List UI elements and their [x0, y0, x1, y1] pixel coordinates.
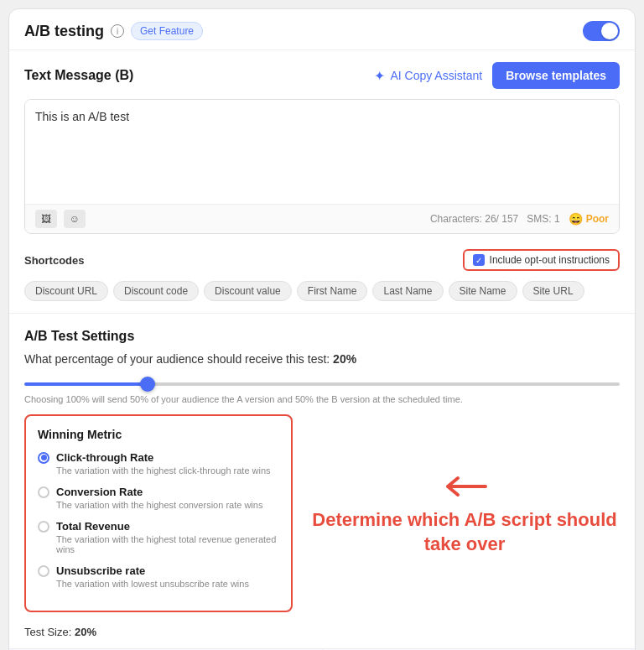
image-icon[interactable]: 🖼 [35, 210, 57, 228]
metric-desc-revenue: The variation with the highest total rev… [56, 534, 279, 554]
page-title: A/B testing [24, 23, 104, 40]
percentage-label: What percentage of your audience should … [24, 352, 620, 366]
metric-desc-unsubscribe: The variation with lowest unsubscribe ra… [56, 579, 279, 589]
test-size-value: 20% [75, 626, 96, 638]
header-section: A/B testing i Get Feature [9, 9, 635, 50]
ai-icon: ✦ [374, 68, 385, 84]
emoji-icon[interactable]: ☺ [64, 210, 86, 228]
ab-settings-section: A/B Test Settings What percentage of you… [9, 314, 635, 612]
winning-metric-title: Winning Metric [38, 428, 279, 441]
info-icon[interactable]: i [111, 24, 124, 38]
winning-metric-container: Winning Metric Click-through Rate The va… [24, 414, 620, 612]
char-count-area: Characters: 26/ 157 SMS: 1 😄 Poor [430, 212, 609, 226]
slider-wrapper [24, 374, 620, 389]
winning-metric-box: Winning Metric Click-through Rate The va… [24, 414, 293, 612]
shortcode-tags: Discount URLDiscount codeDiscount valueF… [24, 281, 620, 301]
shortcodes-section: Shortcodes ✓ Include opt-out instruction… [24, 241, 620, 274]
textarea-wrapper: This is an A/B test 🖼 ☺ Characters: 26/ … [24, 99, 620, 234]
test-size-label: Test Size: [24, 626, 71, 638]
metric-option-ctr[interactable]: Click-through Rate The variation with th… [38, 451, 279, 476]
quality-label: Poor [586, 213, 609, 225]
metric-option-conversion[interactable]: Conversion Rate The variation with the h… [38, 486, 279, 510]
shortcode-tag[interactable]: Discount URL [24, 281, 108, 301]
test-size-row: Test Size: 20% [9, 626, 635, 638]
left-arrow-icon [439, 470, 490, 503]
radio-ctr [38, 452, 49, 464]
radio-conversion [38, 486, 49, 498]
ai-copy-button[interactable]: ✦ AI Copy Assistant [374, 68, 482, 84]
quality-emoji: 😄 [569, 212, 583, 226]
opt-out-checkbox: ✓ [473, 254, 485, 266]
annotation-area: Determine which A/B script should take o… [309, 414, 620, 612]
shortcode-tag[interactable]: Site Name [449, 281, 517, 301]
ab-testing-toggle[interactable] [583, 21, 620, 41]
text-message-section: Text Message (B) ✦ AI Copy Assistant Bro… [9, 50, 635, 314]
opt-out-checkbox-container[interactable]: ✓ Include opt-out instructions [463, 249, 620, 271]
percentage-value: 20% [333, 352, 356, 366]
annotation-text: Determine which A/B script should take o… [309, 508, 620, 556]
slider-hint: Choosing 100% will send 50% of your audi… [24, 394, 620, 404]
toolbar-icons: 🖼 ☺ [35, 210, 86, 228]
text-message-title: Text Message (B) [24, 68, 133, 83]
audience-slider[interactable] [24, 382, 620, 386]
metric-desc-conversion: The variation with the highest conversio… [56, 500, 279, 510]
message-textarea[interactable]: This is an A/B test [25, 100, 619, 200]
main-card: A/B testing i Get Feature Text Message (… [8, 8, 636, 650]
shortcode-tag[interactable]: Discount code [113, 281, 199, 301]
ab-settings-title: A/B Test Settings [24, 329, 620, 344]
get-feature-button[interactable]: Get Feature [131, 22, 203, 40]
header-actions: ✦ AI Copy Assistant Browse templates [374, 62, 620, 89]
shortcode-tag[interactable]: Discount value [204, 281, 292, 301]
textarea-toolbar: 🖼 ☺ Characters: 26/ 157 SMS: 1 😄 Poor [25, 204, 619, 233]
shortcodes-label: Shortcodes [24, 254, 85, 267]
shortcode-tag[interactable]: Site URL [522, 281, 584, 301]
header-left: A/B testing i Get Feature [24, 22, 203, 40]
shortcode-tag[interactable]: Last Name [372, 281, 443, 301]
opt-out-label: Include opt-out instructions [490, 254, 610, 266]
browse-templates-button[interactable]: Browse templates [492, 62, 620, 89]
quality-badge: 😄 Poor [569, 212, 609, 226]
sms-label: SMS: 1 [527, 213, 559, 225]
chars-label: Characters: 26/ 157 [430, 213, 518, 225]
shortcode-tag[interactable]: First Name [297, 281, 368, 301]
metric-option-revenue[interactable]: Total Revenue The variation with the hig… [38, 520, 279, 554]
text-message-header: Text Message (B) ✦ AI Copy Assistant Bro… [24, 62, 620, 89]
radio-unsubscribe [38, 565, 49, 577]
metric-desc-ctr: The variation with the highest click-thr… [56, 465, 279, 476]
metric-option-unsubscribe[interactable]: Unsubscribe rate The variation with lowe… [38, 564, 279, 589]
radio-revenue [38, 521, 49, 533]
